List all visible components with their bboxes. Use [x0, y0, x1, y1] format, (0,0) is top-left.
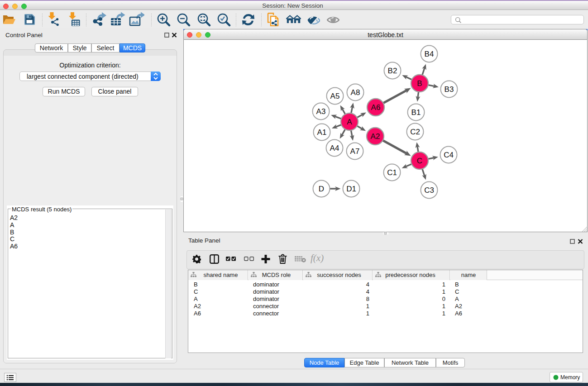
svg-text:C2: C2 — [410, 128, 420, 136]
svg-text:B4: B4 — [425, 50, 434, 58]
svg-text:A4: A4 — [330, 144, 339, 152]
svg-text:C3: C3 — [424, 186, 434, 195]
svg-text:A3: A3 — [316, 107, 326, 116]
svg-text:C1: C1 — [387, 168, 397, 177]
svg-text:C: C — [417, 157, 422, 165]
svg-text:A5: A5 — [330, 92, 340, 100]
svg-text:B: B — [417, 79, 422, 88]
svg-text:A6: A6 — [371, 103, 381, 112]
svg-text:A7: A7 — [350, 147, 360, 156]
svg-text:A: A — [347, 118, 352, 126]
svg-text:A2: A2 — [371, 132, 380, 141]
svg-text:A1: A1 — [317, 128, 327, 137]
svg-text:D1: D1 — [346, 185, 356, 193]
svg-text:D: D — [319, 185, 324, 193]
svg-text:B1: B1 — [411, 108, 421, 117]
svg-text:C4: C4 — [444, 151, 454, 159]
svg-text:B2: B2 — [388, 67, 397, 75]
svg-text:A8: A8 — [351, 88, 360, 97]
svg-text:B3: B3 — [445, 85, 454, 94]
